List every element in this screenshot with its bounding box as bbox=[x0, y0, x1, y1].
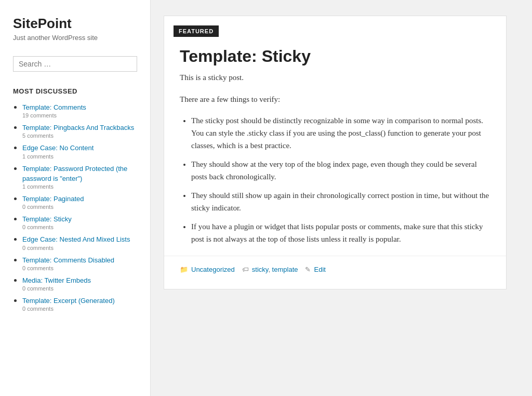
list-item: Template: Pingbacks And Trackbacks5 comm… bbox=[22, 123, 137, 139]
category-icon: 📁 bbox=[180, 266, 188, 273]
post-card: FEATURED Template: Sticky This is a stic… bbox=[164, 16, 507, 289]
tag-link[interactable]: template bbox=[272, 266, 298, 273]
main-content: FEATURED Template: Sticky This is a stic… bbox=[151, 0, 532, 396]
post-bullet-item: The sticky post should be distinctly rec… bbox=[191, 114, 490, 152]
post-comment-count: 19 comments bbox=[22, 112, 137, 118]
post-link[interactable]: Template: Comments bbox=[22, 103, 86, 111]
post-comment-count: 0 comments bbox=[22, 306, 137, 312]
post-comment-count: 0 comments bbox=[22, 245, 137, 251]
post-comment-count: 0 comments bbox=[22, 224, 137, 230]
list-item: Template: Sticky0 comments bbox=[22, 214, 137, 230]
post-link[interactable]: Template: Sticky bbox=[22, 215, 72, 223]
tags-container: sticky, template bbox=[252, 266, 298, 273]
site-tagline: Just another WordPress site bbox=[13, 34, 137, 42]
post-paragraph: This is a sticky post. bbox=[180, 71, 490, 85]
post-comment-count: 1 comments bbox=[22, 183, 137, 190]
post-bullet-list: The sticky post should be distinctly rec… bbox=[180, 114, 490, 245]
post-body: This is a sticky post.There are a few th… bbox=[164, 71, 506, 245]
edit-icon: ✎ bbox=[305, 266, 311, 273]
list-item: Template: Password Protected (the passwo… bbox=[22, 164, 137, 190]
post-comment-count: 1 comments bbox=[22, 153, 137, 160]
post-link[interactable]: Template: Comments Disabled bbox=[22, 256, 114, 264]
list-item: Template: Comments Disabled0 comments bbox=[22, 255, 137, 271]
tag-icon: 🏷 bbox=[242, 266, 249, 273]
post-title: Template: Sticky bbox=[164, 37, 506, 71]
site-title: SitePoint bbox=[13, 16, 137, 32]
post-link[interactable]: Edge Case: No Content bbox=[22, 144, 94, 152]
post-link[interactable]: Edge Case: Nested And Mixed Lists bbox=[22, 235, 130, 243]
tag-link[interactable]: sticky bbox=[252, 266, 269, 273]
post-comment-count: 0 comments bbox=[22, 265, 137, 271]
list-item: Edge Case: No Content1 comments bbox=[22, 143, 137, 159]
post-link[interactable]: Template: Password Protected (the passwo… bbox=[22, 165, 127, 182]
featured-badge: FEATURED bbox=[174, 25, 219, 37]
search-input[interactable] bbox=[13, 56, 137, 72]
sidebar: SitePoint Just another WordPress site MO… bbox=[0, 0, 151, 396]
category-link[interactable]: Uncategorized bbox=[191, 266, 235, 273]
post-link[interactable]: Media: Twitter Embeds bbox=[22, 276, 91, 284]
post-comment-count: 5 comments bbox=[22, 133, 137, 139]
list-item: Template: Paginated0 comments bbox=[22, 194, 137, 210]
post-footer: 📁 Uncategorized 🏷 sticky, template ✎ Edi… bbox=[164, 256, 506, 273]
edit-link[interactable]: Edit bbox=[314, 266, 325, 273]
post-link[interactable]: Template: Excerpt (Generated) bbox=[22, 297, 115, 305]
most-discussed-list: Template: Comments19 commentsTemplate: P… bbox=[13, 102, 137, 312]
post-comment-count: 0 comments bbox=[22, 285, 137, 292]
post-link[interactable]: Template: Pingbacks And Trackbacks bbox=[22, 124, 134, 131]
most-discussed-title: MOST DISCUSSED bbox=[13, 87, 137, 95]
list-item: Template: Comments19 comments bbox=[22, 102, 137, 118]
list-item: Template: Excerpt (Generated)0 comments bbox=[22, 296, 137, 312]
post-paragraph: There are a few things to verify: bbox=[180, 93, 490, 107]
post-bullet-item: They should still show up again in their… bbox=[191, 189, 490, 214]
post-link[interactable]: Template: Paginated bbox=[22, 195, 84, 203]
post-comment-count: 0 comments bbox=[22, 204, 137, 210]
post-bullet-item: If you have a plugin or widget that list… bbox=[191, 220, 490, 245]
list-item: Media: Twitter Embeds0 comments bbox=[22, 275, 137, 292]
list-item: Edge Case: Nested And Mixed Lists0 comme… bbox=[22, 234, 137, 250]
post-bullet-item: They should show at the very top of the … bbox=[191, 158, 490, 183]
